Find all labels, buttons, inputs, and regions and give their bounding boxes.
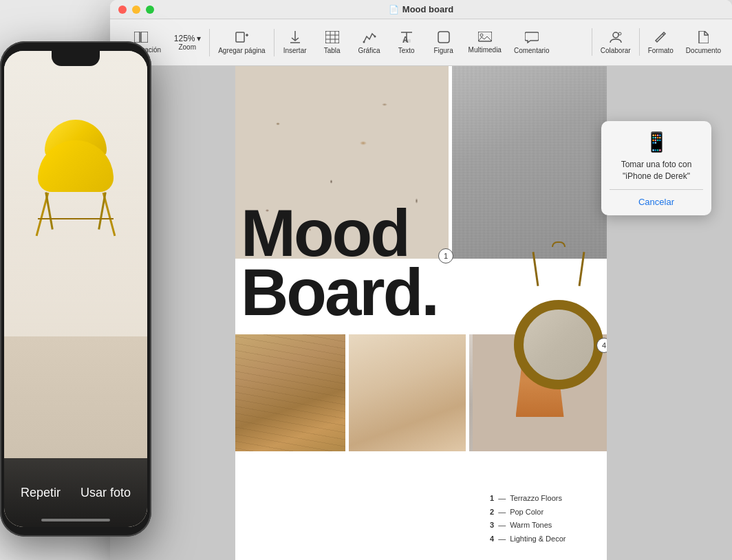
legend-item-3: 3 — Warm Tones [490,519,566,532]
svg-line-21 [663,34,664,35]
tabla-label: Tabla [324,47,341,54]
moodboard-title: Mood Board. [235,204,438,323]
legend-item-1: 1 — Terrazzo Floors [490,492,566,506]
chevron-down-icon: ▾ [197,34,201,43]
home-indicator [41,519,110,521]
svg-rect-17 [478,32,492,41]
iphone-notch [52,51,100,66]
svg-text:A: A [402,35,409,43]
iphone-bottom-bar: Repetir Usar foto [4,458,147,527]
svg-rect-7 [325,31,339,43]
figura-label: Figura [433,47,453,54]
colaborar-icon [609,31,623,45]
iphone-screen: Repetir Usar foto [4,51,147,527]
toolbar-right: Colaborar Formato [590,28,726,57]
legend-item-4: 4 — Lighting & Decor [490,532,566,546]
window-title: 📄 Mood board [389,4,453,14]
toolbar-figura[interactable]: Figura [426,28,462,57]
chair-brace [38,218,114,219]
toolbar-documento[interactable]: Documento [680,28,726,57]
mirror-frame [514,300,603,389]
iphone-device: Repetir Usar foto [0,41,151,537]
concrete-image [452,66,607,259]
comentario-icon [525,31,539,45]
toolbar-tabla[interactable]: Tabla [314,28,350,57]
mirror-image [504,272,607,438]
toolbar-divider-1 [209,29,210,56]
toolbar-divider-2 [274,29,274,56]
formato-label: Formato [648,47,674,54]
badge-1: 1 [438,248,453,263]
texto-icon: A [401,31,412,45]
toolbar-divider-4 [639,28,640,56]
agregar-pagina-label: Agregar página [218,47,265,54]
multimedia-label: Multimedia [469,46,502,54]
texto-label: Texto [398,47,415,54]
retake-button[interactable]: Repetir [21,486,61,500]
wood-image [235,334,345,451]
svg-point-20 [618,32,621,35]
formato-icon [654,31,667,45]
yellow-chair [31,120,120,195]
toolbar-formato[interactable]: Formato [643,28,679,57]
comentario-label: Comentario [514,47,550,54]
documento-icon [698,31,709,45]
phone-icon: 📱 [645,131,669,153]
pages-document: Mood Board. 1 — Terrazzo Floors [235,66,607,560]
documento-label: Documento [686,47,721,54]
moodboard-content: Mood Board. 1 — Terrazzo Floors [235,66,607,560]
svg-point-19 [613,32,618,38]
use-photo-button[interactable]: Usar foto [80,486,131,500]
svg-point-12 [363,41,365,43]
toolbar-divider-3 [592,28,592,56]
toolbar-multimedia[interactable]: Multimedia [463,29,507,56]
svg-point-18 [480,34,483,36]
toolbar-zoom[interactable]: 125% ▾ Zoom [168,31,206,54]
minimize-button[interactable] [132,6,140,14]
svg-rect-2 [236,32,244,42]
svg-point-13 [374,35,376,37]
maximize-button[interactable] [146,6,154,14]
figura-icon [438,31,450,45]
window-controls [118,6,154,14]
toolbar-texto[interactable]: A Texto [389,28,424,57]
insertar-icon [289,31,301,45]
badge-4: 4 [596,338,607,353]
popup-divider [610,189,703,190]
svg-rect-16 [438,32,449,43]
toolbar-grafica[interactable]: Gráfica [352,28,387,57]
titlebar: 📄 Mood board [110,0,732,19]
agregar-pagina-icon [235,31,248,45]
mirror-strap-hook [552,241,566,247]
grafica-label: Gráfica [358,47,380,54]
toolbar-comentario[interactable]: Comentario [508,28,555,57]
iphone-screen-content [4,51,147,527]
tabla-icon [325,31,339,45]
legend-item-2: 2 — Pop Color [490,506,566,519]
toolbar-agregar-pagina[interactable]: Agregar página [213,28,270,57]
document-icon: 📄 [389,5,399,14]
pages-window: 📄 Mood board Visualización 125% ▾ Zoom [110,0,732,560]
canvas-area: Mood Board. 1 — Terrazzo Floors [110,66,732,560]
toolbar-insertar[interactable]: Insertar [277,28,313,57]
grafica-icon [363,31,376,45]
colaborar-label: Colaborar [601,47,631,54]
toolbar-colaborar[interactable]: Colaborar [595,28,636,57]
legend: 1 — Terrazzo Floors 2 — Pop Color 3 — Wa… [490,492,566,546]
cushion-image [349,334,466,451]
chair-wall-bg [4,51,147,360]
toolbar: Visualización 125% ▾ Zoom Agregar página [110,19,732,66]
cancel-button[interactable]: Cancelar [633,195,680,208]
zoom-value: 125% ▾ [174,34,201,43]
insertar-label: Insertar [283,47,307,54]
zoom-label: Zoom [178,43,196,51]
continuity-camera-popup: 📱 Tomar una foto con"iPhone de Derek" Ca… [601,121,711,215]
popup-description: Tomar una foto con"iPhone de Derek" [621,159,692,182]
multimedia-icon [478,32,492,45]
close-button[interactable] [118,6,127,14]
